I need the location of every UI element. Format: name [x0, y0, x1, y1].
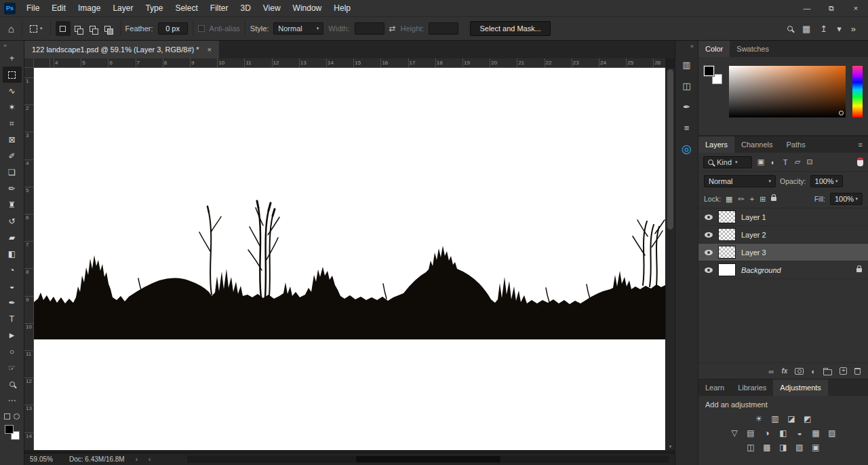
restore-button[interactable]: ⧉: [819, 0, 844, 16]
layer-row[interactable]: Layer 3: [698, 244, 868, 261]
rectangular-marquee-tool[interactable]: [3, 67, 22, 83]
filter-smart-objects-icon[interactable]: ⊡: [804, 156, 816, 168]
history-brush-tool[interactable]: ↺: [3, 213, 22, 229]
status-flyout-icon[interactable]: ›: [136, 455, 138, 463]
share-icon[interactable]: ↥: [820, 24, 827, 34]
tab-color[interactable]: Color: [698, 41, 730, 57]
collapsed-panel-sliders-icon[interactable]: ≡: [679, 119, 695, 136]
dock-expand-icon[interactable]: «: [686, 41, 698, 52]
horizontal-scrollbar-thumb[interactable]: [356, 456, 500, 462]
clone-stamp-tool[interactable]: ♜: [3, 197, 22, 213]
color-picker-gradient[interactable]: [729, 66, 846, 117]
tab-learn[interactable]: Learn: [698, 379, 731, 396]
tab-close-icon[interactable]: ×: [208, 45, 212, 54]
subtract-from-selection-mode[interactable]: [85, 21, 100, 36]
toolbar-color-swatches[interactable]: [5, 425, 20, 440]
menu-layer[interactable]: Layer: [106, 3, 139, 13]
path-selection-tool[interactable]: ►: [3, 327, 22, 343]
gradient-map-icon[interactable]: ▧: [794, 442, 806, 453]
color-lookup-icon[interactable]: ▨: [827, 428, 838, 439]
menu-window[interactable]: Window: [287, 3, 328, 13]
layer-visibility-icon[interactable]: [705, 215, 713, 220]
layer-visibility-icon[interactable]: [705, 232, 713, 238]
ruler-corner[interactable]: [24, 58, 34, 68]
minimize-button[interactable]: —: [795, 0, 819, 16]
black-white-icon[interactable]: ◧: [778, 428, 789, 439]
threshold-icon[interactable]: ◨: [778, 442, 789, 453]
lock-position-icon[interactable]: +: [750, 195, 754, 203]
panel-menu-icon[interactable]: ≡: [853, 136, 868, 153]
tab-adjustments[interactable]: Adjustments: [773, 379, 828, 396]
hue-saturation-icon[interactable]: ▤: [745, 428, 757, 439]
layer-filter-toggle[interactable]: [857, 157, 863, 166]
delete-layer-icon[interactable]: [854, 368, 861, 375]
collapsed-panel-grid-icon[interactable]: ◫: [679, 77, 695, 94]
layer-thumbnail[interactable]: [718, 228, 736, 241]
move-tool[interactable]: +: [3, 50, 22, 67]
levels-icon[interactable]: ▥: [770, 413, 781, 424]
intersect-selection-mode[interactable]: [100, 21, 115, 36]
menu-help[interactable]: Help: [328, 3, 357, 13]
height-input[interactable]: [429, 22, 458, 35]
foreground-color-swatch[interactable]: [704, 66, 714, 76]
layer-visibility-icon[interactable]: [705, 250, 713, 255]
layer-row[interactable]: Layer 1: [698, 208, 868, 226]
filter-pixel-layers-icon[interactable]: ▣: [755, 156, 767, 168]
foreground-color-swatch[interactable]: [5, 425, 14, 434]
new-group-icon[interactable]: [823, 369, 832, 375]
pen-tool[interactable]: ✒: [3, 295, 22, 311]
tab-channels[interactable]: Channels: [734, 136, 779, 153]
eyedropper-tool[interactable]: ✐: [3, 148, 22, 164]
lock-transparent-pixels-icon[interactable]: ▦: [726, 195, 732, 204]
fill-select[interactable]: 100% ▾: [830, 193, 863, 205]
chevron-down-icon[interactable]: ▾: [837, 24, 842, 34]
filter-adjustment-layers-icon[interactable]: ◐: [767, 156, 779, 168]
exposure-icon[interactable]: ◩: [802, 413, 814, 424]
color-balance-icon[interactable]: ◑: [762, 428, 773, 439]
ellipse-tool[interactable]: ○: [3, 343, 22, 360]
feather-input[interactable]: 0 px: [158, 22, 188, 35]
eraser-tool[interactable]: ▰: [3, 229, 22, 246]
menu-type[interactable]: Type: [139, 3, 169, 13]
gradient-tool[interactable]: ◧: [3, 246, 22, 262]
screen-mode-button[interactable]: [14, 413, 20, 420]
close-button[interactable]: ×: [844, 0, 868, 16]
menu-view[interactable]: View: [257, 3, 287, 13]
menu-select[interactable]: Select: [169, 3, 203, 13]
add-layer-mask-icon[interactable]: [795, 368, 804, 375]
menu-filter[interactable]: Filter: [204, 3, 235, 13]
menu-edit[interactable]: Edit: [45, 3, 72, 13]
collapsed-panel-pen-icon[interactable]: ✒: [679, 98, 695, 115]
home-icon[interactable]: ⌂: [5, 23, 17, 35]
add-to-selection-mode[interactable]: [71, 21, 85, 36]
blend-mode-select[interactable]: Normal ▾: [704, 175, 776, 187]
layer-effects-icon[interactable]: fx: [781, 367, 787, 375]
tab-libraries[interactable]: Libraries: [731, 379, 773, 396]
horizontal-scrollbar[interactable]: [187, 455, 669, 463]
lock-all-icon[interactable]: [771, 197, 776, 201]
dodge-tool[interactable]: ◒: [3, 278, 22, 295]
layer-thumbnail[interactable]: [718, 263, 736, 276]
vertical-ruler[interactable]: 1234567891011121314: [24, 68, 34, 450]
layer-visibility-icon[interactable]: [705, 267, 713, 273]
filter-shape-layers-icon[interactable]: ▱: [791, 156, 804, 168]
zoom-tool[interactable]: [3, 376, 22, 392]
filter-type-layers-icon[interactable]: T: [779, 156, 791, 168]
vibrance-icon[interactable]: ▽: [729, 428, 741, 439]
scroll-down-icon[interactable]: ▾: [666, 444, 675, 449]
type-tool[interactable]: T: [3, 311, 22, 327]
healing-brush-tool[interactable]: ❏: [3, 164, 22, 181]
crop-tool[interactable]: ⌗: [3, 115, 22, 132]
color-picker-marker[interactable]: [839, 111, 844, 115]
zoom-level-field[interactable]: 59.05%: [30, 455, 58, 463]
more-options-icon[interactable]: »: [851, 24, 856, 34]
lasso-tool[interactable]: ∿: [3, 83, 22, 99]
style-select[interactable]: Normal ▾: [273, 22, 323, 35]
opacity-select[interactable]: 100% ▾: [810, 175, 843, 187]
quick-mask-mode-button[interactable]: [4, 413, 10, 420]
vertical-scrollbar-thumb[interactable]: [667, 69, 673, 229]
photo-filter-icon[interactable]: ◒: [794, 428, 806, 439]
layer-thumbnail[interactable]: [718, 210, 736, 223]
layer-row[interactable]: Layer 2: [698, 226, 868, 244]
brightness-contrast-icon[interactable]: ☀: [753, 413, 765, 424]
